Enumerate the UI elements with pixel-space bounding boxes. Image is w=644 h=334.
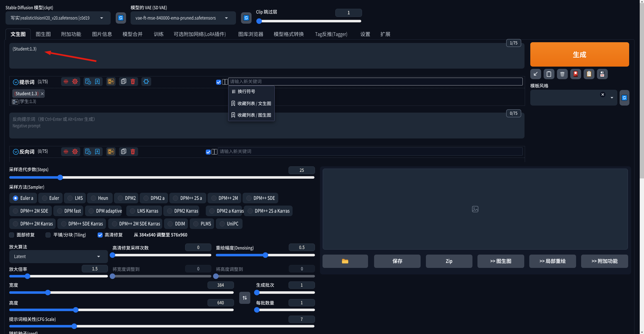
svg-text:A: A: [13, 100, 15, 103]
svg-text:A: A: [109, 150, 111, 153]
svg-text:A: A: [109, 80, 111, 83]
svg-text:B: B: [16, 100, 18, 103]
svg-text:B: B: [111, 150, 113, 153]
svg-text:B: B: [111, 80, 113, 83]
